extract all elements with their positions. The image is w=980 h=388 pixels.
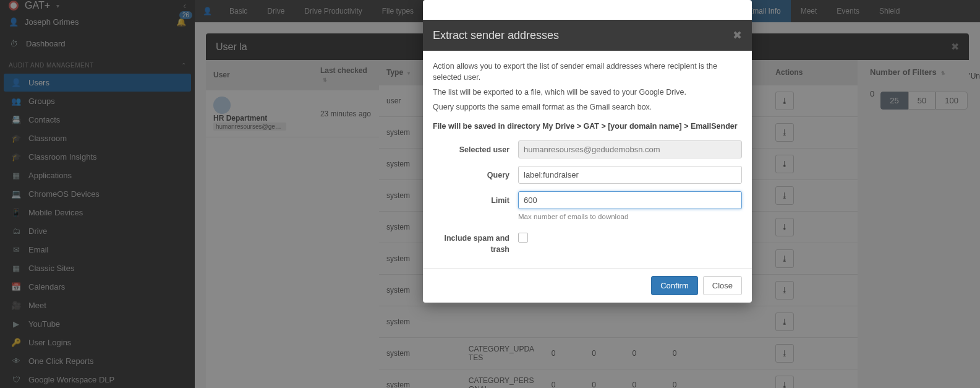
modal-close-icon[interactable]: ✖	[733, 28, 742, 42]
limit-input[interactable]	[518, 191, 742, 209]
close-button[interactable]: Close	[703, 276, 742, 295]
confirm-button[interactable]: Confirm	[651, 276, 698, 295]
modal-text: The list will be exported to a file, whi…	[433, 87, 742, 98]
modal-text: Query supports the same email format as …	[433, 101, 742, 113]
selected-user-label: Selected user	[433, 140, 518, 155]
include-spam-trash-checkbox[interactable]	[518, 233, 528, 243]
modal-text: Action allows you to export the list of …	[433, 61, 742, 83]
limit-help: Max number of emails to download	[518, 212, 742, 222]
query-input[interactable]	[518, 166, 742, 184]
limit-label: Limit	[433, 191, 518, 206]
extract-sender-modal: Extract sender addresses ✖ Action allows…	[423, 0, 752, 303]
modal-title: Extract sender addresses	[433, 29, 559, 42]
query-label: Query	[433, 166, 518, 181]
include-spam-trash-label: Include spam and trash	[433, 229, 518, 255]
selected-user-input	[518, 140, 742, 158]
modal-save-path: File will be saved in directory My Drive…	[433, 121, 742, 132]
